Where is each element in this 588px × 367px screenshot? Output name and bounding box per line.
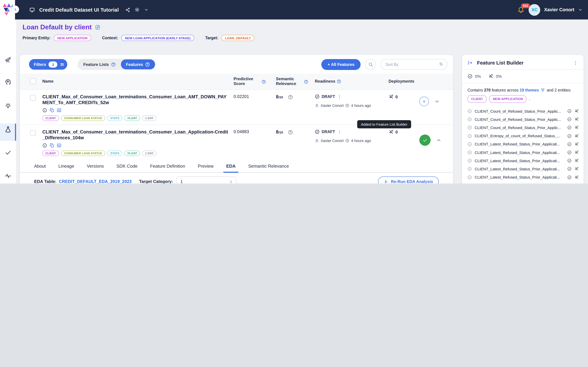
column-deployments[interactable]: Deployments <box>389 79 419 84</box>
tab-eda[interactable]: EDA <box>226 164 235 172</box>
readiness-check-icon <box>567 183 571 184</box>
app-root: Credit Default Dataset UI Tutorial 541 X… <box>0 0 588 184</box>
row-menu-icon[interactable] <box>337 129 342 134</box>
tab-feature-definition[interactable]: Feature Definition <box>150 164 185 172</box>
builder-feature-item[interactable]: CLIENT_Entropy_of_count_of_Refused_Statu… <box>468 132 579 140</box>
entity-pill[interactable]: NEW APPLICATION <box>489 95 527 103</box>
help-icon[interactable] <box>304 79 308 84</box>
remove-from-list-icon[interactable] <box>468 158 472 163</box>
collapse-row-icon[interactable] <box>436 137 442 143</box>
relevance-help-icon[interactable] <box>288 95 293 100</box>
builder-feature-item[interactable]: CLIENT_Count_of_Refused_Status_Prior_App… <box>468 124 579 132</box>
row-checkbox[interactable] <box>30 95 36 101</box>
features-table-header: Name Predictive Score Semantic Relevance… <box>20 74 453 90</box>
filters-button[interactable]: Filters 3 <box>29 59 67 70</box>
edit-title-icon[interactable] <box>95 25 100 30</box>
copy-icon[interactable] <box>50 143 54 148</box>
sidebar-expand-button[interactable] <box>11 6 19 13</box>
tab-preview[interactable]: Preview <box>198 164 214 172</box>
sort-by-input[interactable] <box>380 59 447 70</box>
tab-sdk-code[interactable]: SDK Code <box>117 164 137 172</box>
notifications-button[interactable]: 541 <box>518 6 525 14</box>
target-badge[interactable]: LOAN_DEFAULT <box>221 35 255 41</box>
entity-pill[interactable]: CLIENT <box>468 95 487 103</box>
feature-row[interactable]: CLIENT_Max_of_Consumer_Loan_terminations… <box>20 90 453 125</box>
user-avatar[interactable]: XC <box>529 4 540 16</box>
builder-feature-name: CLIENT_Latest_Refused_Status_Prior_Appli… <box>475 167 564 171</box>
remove-from-list-icon[interactable] <box>468 125 472 130</box>
help-icon[interactable] <box>145 62 150 67</box>
builder-feature-item[interactable]: CLIENT_Latest_Refused_Status_Prior_Appli… <box>468 157 579 165</box>
funnel-icon[interactable] <box>541 88 545 93</box>
search-button[interactable] <box>365 59 376 70</box>
info-icon[interactable] <box>42 143 47 148</box>
relevance-help-icon[interactable] <box>288 130 293 135</box>
eda-table-link[interactable]: CREDIT_DEFAULT_EDA_2019_2023 <box>59 179 132 184</box>
rerun-eda-button[interactable]: Re-Run EDA Analysis <box>378 176 439 184</box>
column-name[interactable]: Name <box>42 79 234 84</box>
copy-icon[interactable] <box>50 108 54 112</box>
rail-explore-icon[interactable] <box>4 56 12 63</box>
column-semantic-relevance[interactable]: Semantic Relevance <box>276 77 315 86</box>
rail-experiments-icon[interactable] <box>4 126 12 133</box>
user-menu-chevron-icon[interactable] <box>578 8 582 12</box>
sort-arrows-icon[interactable] <box>438 61 444 67</box>
builder-feature-item[interactable]: CLIENT_Latest_Refused_Status_Prior_Appli… <box>468 181 579 184</box>
updated-time: 4 hours ago <box>351 103 371 108</box>
context-badge[interactable]: NEW LOAN APPLICATION (EARLY STAGE) <box>121 35 194 41</box>
feature-row-expanded[interactable]: Added to Feature List Builder CLIENT_Max… <box>20 125 453 161</box>
tab-about[interactable]: About <box>34 164 46 172</box>
rail-approvals-icon[interactable] <box>4 149 12 156</box>
builder-feature-item[interactable]: CLIENT_Latest_Refused_Status_Prior_Appli… <box>468 140 579 148</box>
row-checkbox[interactable] <box>30 130 36 136</box>
rail-monitoring-icon[interactable] <box>4 172 12 179</box>
help-icon[interactable] <box>261 79 266 84</box>
expand-row-icon[interactable] <box>434 99 440 104</box>
workspace-chevron-icon[interactable] <box>144 8 149 12</box>
detail-tabs: About Lineage Versions SDK Code Feature … <box>20 161 453 173</box>
remove-from-list-icon[interactable] <box>468 142 472 146</box>
themes-link[interactable]: 19 themes <box>520 88 539 92</box>
column-predictive-score[interactable]: Predictive Score <box>234 77 276 86</box>
builder-feature-item[interactable]: CLIENT_Latest_Refused_Status_Prior_Appli… <box>468 148 579 157</box>
column-readiness[interactable]: Readiness <box>315 79 389 84</box>
builder-feature-item[interactable]: CLIENT_Latest_Refused_Status_Prior_Appli… <box>468 173 579 181</box>
id-badge-icon[interactable]: ID <box>57 143 61 148</box>
remove-from-list-icon[interactable] <box>468 175 472 179</box>
rail-ai-insights-icon[interactable] <box>4 78 12 85</box>
remove-from-list-icon[interactable] <box>468 109 472 113</box>
tab-lineage[interactable]: Lineage <box>59 164 74 172</box>
help-icon[interactable] <box>337 79 341 84</box>
filters-count-badge: 3 <box>49 61 57 67</box>
feature-name[interactable]: CLIENT_Max_of_Consumer_Loan_terminations… <box>42 94 228 106</box>
remove-from-list-icon[interactable] <box>468 167 472 171</box>
share-icon[interactable] <box>125 7 130 12</box>
info-icon[interactable] <box>42 108 47 112</box>
target-category-select[interactable]: 1 <box>176 176 236 184</box>
row-menu-icon[interactable] <box>337 94 342 99</box>
remove-from-list-icon[interactable] <box>468 150 472 155</box>
rail-ideas-icon[interactable] <box>4 102 12 109</box>
id-badge-icon[interactable]: ID <box>57 108 61 112</box>
tab-versions[interactable]: Versions <box>87 164 104 172</box>
tab-semantic-relevance[interactable]: Semantic Relevance <box>248 164 289 172</box>
remove-from-list-icon[interactable] <box>468 183 472 184</box>
add-all-features-button[interactable]: + All Features <box>321 59 361 70</box>
select-all-checkbox[interactable] <box>30 78 36 84</box>
feature-name[interactable]: CLIENT_Max_of_Consumer_Loan_terminations… <box>42 129 228 141</box>
dtype-tag: FLOAT <box>125 150 140 156</box>
tab-feature-lists[interactable]: Feature Lists <box>78 59 121 69</box>
builder-menu-icon[interactable] <box>573 60 578 65</box>
primary-entity-badge[interactable]: NEW APPLICATION <box>54 35 91 41</box>
help-icon[interactable] <box>111 62 116 67</box>
tab-features[interactable]: Features <box>121 59 155 69</box>
added-to-list-button[interactable] <box>419 134 431 146</box>
builder-feature-item[interactable]: CLIENT_Count_of_Refused_Status_Prior_App… <box>468 107 579 115</box>
builder-feature-item[interactable]: CLIENT_Latest_Refused_Status_Prior_Appli… <box>468 165 579 173</box>
settings-gear-icon[interactable] <box>134 7 140 12</box>
builder-feature-item[interactable]: CLIENT_Count_of_Refused_Status_Prior_App… <box>468 115 579 123</box>
builder-feature-name: CLIENT_Count_of_Refused_Status_Prior_App… <box>475 117 564 122</box>
remove-from-list-icon[interactable] <box>468 117 472 122</box>
add-to-list-button[interactable]: + <box>419 97 429 106</box>
remove-from-list-icon[interactable] <box>468 134 472 138</box>
